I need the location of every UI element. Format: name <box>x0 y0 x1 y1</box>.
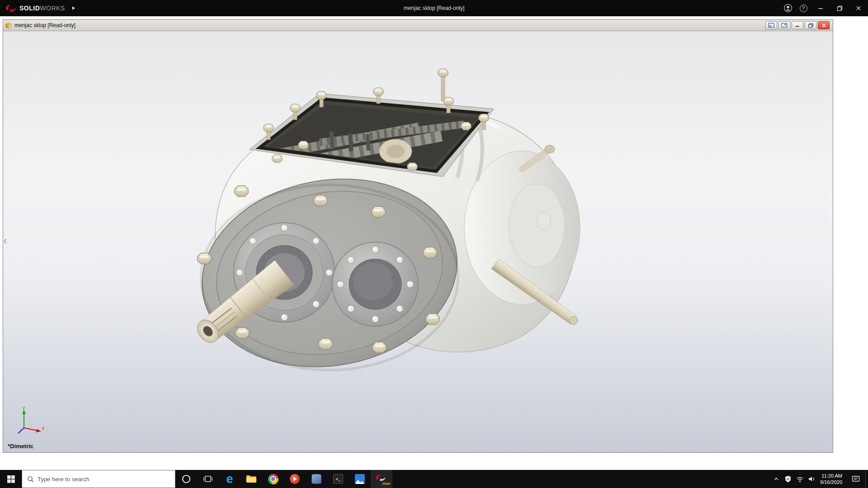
minimize-icon <box>818 5 823 11</box>
search-input[interactable] <box>38 476 170 483</box>
edge-icon: e <box>226 473 233 485</box>
tray-network[interactable] <box>794 470 806 488</box>
command-prompt-icon: >_ <box>333 474 343 484</box>
taskbar-app-solidworks[interactable]: 2020 <box>371 470 392 488</box>
app-titlebar: SOLIDWORKS menjac sklop [Read-only] ? <box>0 0 868 16</box>
close-icon <box>856 5 861 11</box>
doc-restore-icon <box>808 23 814 28</box>
system-tray: 11:20 AM 9/16/2020 <box>770 470 868 488</box>
chevron-up-icon <box>773 476 779 482</box>
cortana-icon <box>181 474 191 484</box>
chevron-left-icon <box>4 239 7 244</box>
solidworks-app-icon: 2020 <box>375 473 388 485</box>
tile-right-icon <box>781 23 788 28</box>
solidworks-logo: SOLIDWORKS <box>0 3 75 13</box>
cortana-button[interactable] <box>175 470 197 488</box>
restore-icon <box>837 5 843 11</box>
taskbar-app-edrawings[interactable] <box>306 470 327 488</box>
taskbar-app-file-explorer[interactable] <box>241 470 262 488</box>
chrome-icon <box>268 474 278 484</box>
app-window-title: menjac sklop [Read-only] <box>0 5 868 11</box>
solidworks-version-badge: 2020 <box>382 482 390 486</box>
doc-minimize-icon <box>795 23 800 28</box>
help-button[interactable]: ? <box>796 0 811 16</box>
restore-button[interactable] <box>830 0 849 16</box>
app-window-controls: ? <box>780 0 868 16</box>
doc-restore-button[interactable] <box>805 21 816 29</box>
search-icon <box>27 476 33 483</box>
clock-time: 11:20 AM <box>820 473 842 479</box>
taskbar-app-command-prompt[interactable]: >_ <box>327 470 349 488</box>
windows-logo-icon <box>7 475 15 483</box>
solidworks-ds-icon <box>5 3 17 13</box>
windows-taskbar: e >_ 2020 <box>0 470 868 488</box>
triad-y-label: Y <box>22 406 25 411</box>
doc-minimize-button[interactable] <box>792 21 803 29</box>
tray-security[interactable] <box>782 470 794 488</box>
document-title: menjac sklop [Read-only] <box>14 22 75 28</box>
volume-icon <box>808 475 816 483</box>
document-titlebar[interactable]: menjac sklop [Read-only] <box>3 20 833 31</box>
taskbar-app-media-player[interactable] <box>284 470 306 488</box>
coordinate-triad: Y x <box>14 406 47 435</box>
graphics-viewport[interactable]: Y x *Dimetric <box>3 31 833 452</box>
task-view-button[interactable] <box>197 470 219 488</box>
taskbar-clock[interactable]: 11:20 AM 9/16/2020 <box>817 473 846 485</box>
brand-text: SOLIDWORKS <box>19 4 65 12</box>
person-icon <box>783 4 793 13</box>
doc-close-button[interactable] <box>818 21 830 29</box>
triad-x-label: x <box>42 426 44 431</box>
view-orientation-label: *Dimetric <box>8 443 33 450</box>
menu-expand-arrow-icon[interactable] <box>72 6 75 10</box>
start-button[interactable] <box>0 470 22 488</box>
taskbar-search-box[interactable] <box>22 470 175 488</box>
taskbar-app-edge[interactable]: e <box>219 470 241 488</box>
help-icon: ? <box>800 5 807 12</box>
security-shield-icon <box>784 475 792 483</box>
document-window-controls <box>765 21 831 29</box>
doc-tile-left-button[interactable] <box>765 21 777 29</box>
tile-left-icon <box>768 23 774 28</box>
action-center-icon <box>852 475 860 483</box>
app-client-area: menjac sklop [Read-only] <box>0 16 868 470</box>
gearbox-3d-model <box>3 31 833 452</box>
photos-icon <box>355 474 365 484</box>
close-button[interactable] <box>849 0 868 16</box>
featuremanager-collapse-arrow[interactable] <box>3 235 7 247</box>
action-center-button[interactable] <box>846 470 865 488</box>
document-window: menjac sklop [Read-only] <box>3 19 833 453</box>
tray-volume[interactable] <box>806 470 817 488</box>
doc-close-icon <box>821 23 826 28</box>
file-explorer-icon <box>246 474 257 483</box>
clock-date: 9/16/2020 <box>820 479 842 485</box>
minimize-button[interactable] <box>811 0 830 16</box>
edrawings-icon <box>311 474 321 484</box>
doc-tile-right-button[interactable] <box>778 21 790 29</box>
wifi-network-icon <box>796 476 804 483</box>
taskbar-app-photos[interactable] <box>349 470 371 488</box>
show-desktop-button[interactable] <box>865 470 868 488</box>
media-player-icon <box>290 474 300 484</box>
hidden-icons-button[interactable] <box>770 470 782 488</box>
account-button[interactable] <box>780 0 796 16</box>
assembly-cube-icon <box>5 22 12 29</box>
taskbar-app-chrome[interactable] <box>262 470 284 488</box>
task-view-icon <box>203 474 212 483</box>
